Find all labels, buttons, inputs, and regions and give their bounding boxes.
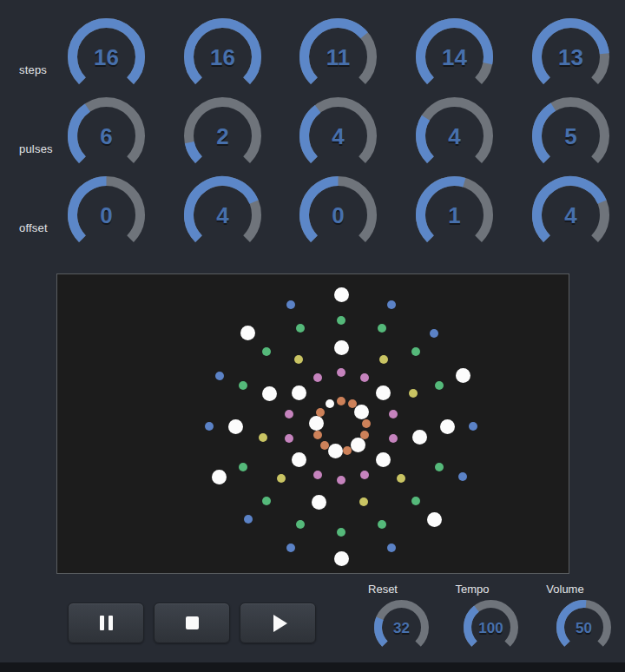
knob-value: 1: [448, 201, 460, 227]
play-button[interactable]: [240, 603, 316, 643]
onset-dot-track-1-ring: [456, 368, 470, 383]
knob-value: 6: [100, 122, 112, 148]
knob-value: 0: [332, 201, 344, 227]
step-dot-track-2-ring: [378, 324, 386, 333]
rhythm-visualization-panel: [56, 273, 569, 574]
knob-value: 32: [393, 619, 410, 636]
step-dot-track-4-ring: [389, 410, 398, 418]
step-dot-track-2-ring: [411, 347, 420, 356]
knob-pulses-3[interactable]: 44: [298, 96, 378, 176]
bottom-bar: [0, 662, 625, 672]
knob-value: 4: [216, 201, 229, 227]
pause-icon: [100, 616, 113, 630]
step-dot-track-4-ring: [360, 373, 369, 382]
knob-value: 14: [442, 43, 467, 69]
knob-value: 4: [564, 201, 577, 227]
onset-dot-track-4-ring: [292, 385, 306, 400]
onset-dot-track-2-ring: [228, 419, 243, 434]
step-dot-track-1-ring: [286, 544, 295, 552]
reset-label: Reset: [344, 583, 422, 596]
volume-label: Volume: [526, 583, 604, 596]
step-dot-track-1-ring: [215, 372, 224, 380]
step-dot-track-4-ring: [285, 434, 293, 443]
step-dot-track-3-ring: [277, 474, 286, 483]
knob-offset-4[interactable]: 11: [414, 175, 495, 255]
knob-value: 4: [332, 122, 345, 148]
sequencer-app: steps pulses offset 16161616111114141313…: [0, 0, 625, 672]
onset-dot-track-4-ring: [376, 385, 391, 400]
onset-dot-track-1-ring: [334, 551, 349, 566]
row-label-steps: steps: [19, 63, 47, 76]
step-dot-track-4-ring: [337, 368, 345, 377]
step-dot-track-2-ring: [337, 316, 345, 325]
step-dot-track-2-ring: [435, 463, 444, 471]
knob-volume[interactable]: 5050: [555, 598, 613, 656]
onset-dot-track-1-ring: [334, 287, 349, 302]
row-label-offset: offset: [19, 221, 48, 234]
knob-pulses-2[interactable]: 22: [182, 96, 263, 176]
step-dot-track-2-ring: [337, 528, 345, 537]
tempo-label: Tempo: [433, 583, 511, 596]
knob-offset-1[interactable]: 00: [66, 175, 147, 255]
onset-dot-track-2-ring: [440, 419, 455, 434]
stop-icon: [186, 616, 199, 629]
knob-steps-5[interactable]: 1313: [530, 16, 611, 97]
play-icon: [273, 615, 287, 632]
step-dot-track-2-ring: [239, 381, 247, 390]
step-dot-track-2-ring: [378, 520, 386, 529]
knob-steps-3[interactable]: 1111: [298, 16, 378, 97]
step-dot-track-5-ring: [343, 446, 352, 455]
step-dot-track-3-ring: [359, 497, 368, 506]
stop-button[interactable]: [154, 603, 230, 643]
step-dot-track-2-ring: [262, 347, 271, 356]
step-dot-track-2-ring: [296, 324, 305, 333]
onset-dot-track-1-ring: [212, 470, 227, 484]
knob-tempo[interactable]: 100100: [462, 598, 520, 656]
knob-offset-5[interactable]: 44: [530, 175, 611, 255]
step-dot-track-5-ring: [313, 431, 322, 439]
onset-dot-track-3-ring: [412, 430, 427, 445]
knob-pulses-4[interactable]: 44: [414, 96, 495, 176]
knob-pulses-5[interactable]: 55: [530, 96, 611, 176]
knob-offset-2[interactable]: 44: [182, 175, 263, 255]
knob-steps-2[interactable]: 1616: [182, 16, 263, 97]
knob-reset[interactable]: 3232: [372, 598, 431, 656]
knob-value: 5: [564, 122, 576, 148]
step-dot-track-5-ring: [320, 441, 329, 450]
knob-pulses-1[interactable]: 66: [66, 96, 147, 176]
knob-steps-1[interactable]: 1616: [66, 16, 147, 97]
step-dot-track-4-ring: [285, 410, 293, 418]
step-dot-track-1-ring: [387, 544, 396, 552]
step-dot-track-5-ring: [337, 397, 345, 405]
knob-value: 100: [478, 619, 503, 636]
knob-value: 2: [216, 122, 228, 148]
step-dot-track-4-ring: [389, 434, 398, 443]
step-dot-track-1-ring: [469, 422, 477, 431]
knob-steps-4[interactable]: 1414: [414, 16, 495, 97]
pause-button[interactable]: [68, 603, 144, 643]
step-dot-track-4-ring: [360, 471, 369, 479]
step-dot-track-2-ring: [262, 497, 271, 505]
onset-dot-track-4-ring: [376, 452, 391, 467]
onset-dot-track-5-ring: [351, 438, 365, 452]
onset-dot-track-1-ring: [240, 326, 255, 340]
knob-value: 50: [576, 619, 592, 636]
step-dot-track-5-ring: [316, 408, 325, 417]
step-dot-track-1-ring: [244, 515, 253, 524]
step-dot-track-4-ring: [313, 373, 322, 382]
onset-dot-track-5-ring: [354, 405, 369, 419]
onset-dot-track-3-ring: [334, 340, 349, 355]
knob-offset-3[interactable]: 00: [298, 175, 378, 255]
step-dot-track-1-ring: [430, 329, 438, 338]
knob-value: 16: [210, 43, 235, 69]
onset-dot-track-3-ring: [262, 386, 277, 401]
step-dot-track-4-ring: [313, 471, 322, 479]
step-dot-track-2-ring: [296, 520, 305, 529]
onset-dot-track-1-ring: [427, 512, 442, 527]
step-dot-track-3-ring: [409, 389, 418, 398]
onset-dot-track-5-ring: [309, 416, 324, 431]
knob-value: 4: [448, 122, 461, 148]
row-label-pulses: pulses: [19, 142, 53, 155]
step-dot-track-1-ring: [286, 300, 295, 309]
step-dot-track-1-ring: [387, 300, 396, 309]
